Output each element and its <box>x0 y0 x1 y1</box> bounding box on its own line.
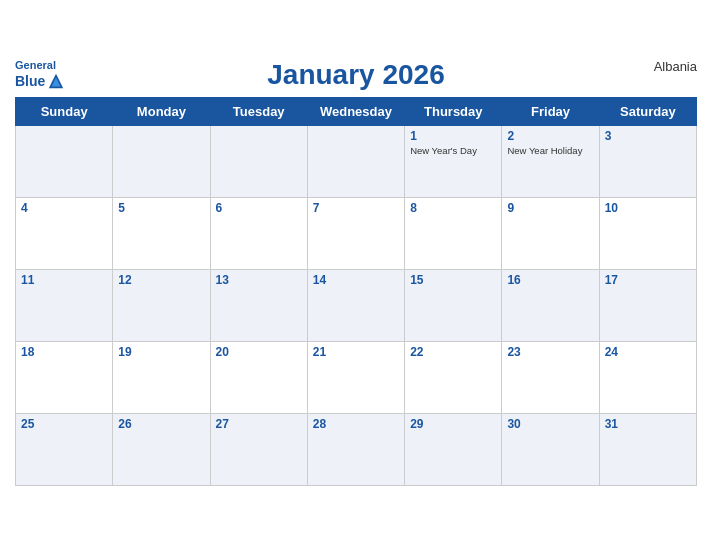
day-number: 27 <box>216 417 302 431</box>
day-cell: 15 <box>405 270 502 342</box>
day-number: 18 <box>21 345 107 359</box>
col-thursday: Thursday <box>405 98 502 126</box>
day-cell: 16 <box>502 270 599 342</box>
calendar-body: 1New Year's Day2New Year Holiday34567891… <box>16 126 697 486</box>
col-tuesday: Tuesday <box>210 98 307 126</box>
day-cell <box>16 126 113 198</box>
day-cell: 7 <box>307 198 404 270</box>
day-number: 8 <box>410 201 496 215</box>
day-cell: 8 <box>405 198 502 270</box>
day-cell: 1New Year's Day <box>405 126 502 198</box>
day-number: 11 <box>21 273 107 287</box>
header-row: Sunday Monday Tuesday Wednesday Thursday… <box>16 98 697 126</box>
logo-icon <box>47 72 65 90</box>
day-cell: 12 <box>113 270 210 342</box>
col-friday: Friday <box>502 98 599 126</box>
col-saturday: Saturday <box>599 98 696 126</box>
day-number: 30 <box>507 417 593 431</box>
day-number: 2 <box>507 129 593 143</box>
day-number: 12 <box>118 273 204 287</box>
week-row-4: 18192021222324 <box>16 342 697 414</box>
day-cell: 19 <box>113 342 210 414</box>
day-number: 25 <box>21 417 107 431</box>
logo-blue-text: Blue <box>15 73 45 90</box>
col-sunday: Sunday <box>16 98 113 126</box>
day-cell: 6 <box>210 198 307 270</box>
day-cell: 22 <box>405 342 502 414</box>
col-wednesday: Wednesday <box>307 98 404 126</box>
day-cell: 23 <box>502 342 599 414</box>
calendar-header: General Blue January 2026 Albania <box>15 59 697 91</box>
holiday-text: New Year Holiday <box>507 145 593 157</box>
day-cell: 17 <box>599 270 696 342</box>
day-number: 22 <box>410 345 496 359</box>
day-cell: 10 <box>599 198 696 270</box>
calendar-wrapper: General Blue January 2026 Albania Sunday… <box>0 49 712 501</box>
day-cell: 18 <box>16 342 113 414</box>
day-number: 31 <box>605 417 691 431</box>
day-number: 4 <box>21 201 107 215</box>
day-number: 1 <box>410 129 496 143</box>
day-number: 29 <box>410 417 496 431</box>
day-number: 10 <box>605 201 691 215</box>
day-number: 26 <box>118 417 204 431</box>
day-cell: 3 <box>599 126 696 198</box>
day-cell: 30 <box>502 414 599 486</box>
day-number: 19 <box>118 345 204 359</box>
day-cell: 24 <box>599 342 696 414</box>
day-number: 6 <box>216 201 302 215</box>
day-cell: 28 <box>307 414 404 486</box>
day-cell <box>113 126 210 198</box>
day-number: 17 <box>605 273 691 287</box>
day-number: 20 <box>216 345 302 359</box>
day-cell <box>307 126 404 198</box>
day-cell: 4 <box>16 198 113 270</box>
day-cell: 25 <box>16 414 113 486</box>
day-cell: 14 <box>307 270 404 342</box>
day-number: 15 <box>410 273 496 287</box>
day-number: 28 <box>313 417 399 431</box>
day-number: 23 <box>507 345 593 359</box>
day-number: 21 <box>313 345 399 359</box>
day-number: 7 <box>313 201 399 215</box>
day-cell: 21 <box>307 342 404 414</box>
day-cell: 13 <box>210 270 307 342</box>
calendar-table: Sunday Monday Tuesday Wednesday Thursday… <box>15 97 697 486</box>
day-number: 16 <box>507 273 593 287</box>
week-row-2: 45678910 <box>16 198 697 270</box>
holiday-text: New Year's Day <box>410 145 496 157</box>
day-cell: 5 <box>113 198 210 270</box>
day-number: 13 <box>216 273 302 287</box>
logo: General Blue <box>15 59 65 90</box>
col-monday: Monday <box>113 98 210 126</box>
week-row-1: 1New Year's Day2New Year Holiday3 <box>16 126 697 198</box>
month-title: January 2026 <box>267 59 444 91</box>
week-row-3: 11121314151617 <box>16 270 697 342</box>
day-number: 24 <box>605 345 691 359</box>
day-cell: 29 <box>405 414 502 486</box>
day-number: 9 <box>507 201 593 215</box>
day-number: 3 <box>605 129 691 143</box>
day-cell: 31 <box>599 414 696 486</box>
logo-general-text: General <box>15 59 56 72</box>
day-cell: 27 <box>210 414 307 486</box>
day-cell: 11 <box>16 270 113 342</box>
country-label: Albania <box>654 59 697 74</box>
day-number: 5 <box>118 201 204 215</box>
day-cell: 2New Year Holiday <box>502 126 599 198</box>
week-row-5: 25262728293031 <box>16 414 697 486</box>
day-number: 14 <box>313 273 399 287</box>
day-cell <box>210 126 307 198</box>
day-cell: 20 <box>210 342 307 414</box>
day-cell: 9 <box>502 198 599 270</box>
day-cell: 26 <box>113 414 210 486</box>
